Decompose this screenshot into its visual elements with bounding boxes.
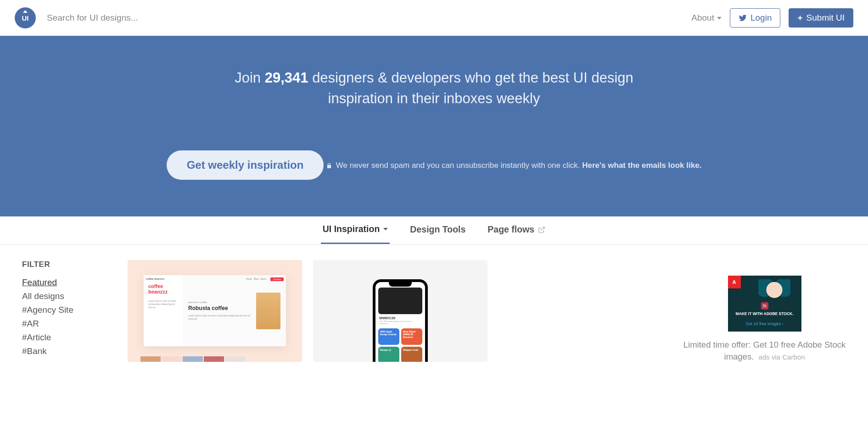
card-desc-text: Lorem ipsum dolor sit amet consectetur a… (148, 299, 178, 309)
lock-icon (326, 162, 332, 169)
sidebar: FILTER Featured All designs #Agency Site… (22, 260, 109, 363)
about-label: About (691, 13, 714, 23)
login-label: Login (750, 13, 772, 23)
card-mock-nav: Home Blog About Contact (246, 277, 284, 281)
card-product-text: premium coffee Robusta coffee Lorem ipsu… (188, 301, 252, 321)
header-right: About Login + Submit UI (691, 8, 853, 28)
card-mock-footer (140, 356, 245, 362)
carbon-ad[interactable]: A St MAKE IT WITH ADOBE STOCK. Get 10 fr… (728, 276, 801, 332)
ad-via-text[interactable]: ads via Carbon (759, 353, 805, 361)
phone-mockup: WWDC20 Over 100 session videos from this… (373, 279, 428, 362)
adobe-logo-icon: A (728, 276, 741, 288)
filter-list: Featured All designs #Agency Site #AR #A… (22, 276, 109, 358)
card-small-label: premium coffee (188, 301, 252, 304)
tab-label: Design Tools (410, 224, 465, 235)
ad-column: A St MAKE IT WITH ADOBE STOCK. Get 10 fr… (683, 260, 846, 363)
submit-ui-button[interactable]: + Submit UI (789, 8, 853, 28)
card-product-name: Robusta coffee (188, 305, 228, 311)
tab-label: Page flows (487, 224, 534, 235)
phone-tile: Widgets Code (401, 347, 422, 362)
filter-item-featured[interactable]: Featured (22, 276, 109, 289)
header: UI About Login + Submit UI (0, 0, 868, 36)
submit-label: Submit UI (806, 13, 845, 23)
phone-hero-image (378, 288, 422, 314)
login-button[interactable]: Login (730, 8, 781, 28)
logo-text: UI (22, 14, 29, 22)
plus-icon: + (797, 13, 802, 23)
phone-tile: 2020 Apple Design Awards (378, 328, 399, 345)
filter-title: FILTER (22, 260, 109, 269)
twitter-icon (739, 14, 747, 22)
card-mock-header: coffee beanzzz Home Blog About Contact (146, 277, 284, 281)
filter-item-article[interactable]: #Article (22, 331, 109, 344)
card-mock-left: coffeebeanzzz Lorem ipsum dolor sit amet… (144, 275, 183, 346)
filter-item-agency-site[interactable]: #Agency Site (22, 303, 109, 317)
card-product-desc: Lorem ipsum dolor sit amet consectetur a… (188, 314, 252, 321)
hero-count: 29,341 (265, 70, 308, 86)
tabs-bar: UI Inspiration Design Tools Page flows (0, 216, 868, 244)
phone-screen: WWDC20 Over 100 session videos from this… (375, 282, 425, 362)
hero-section: Join 29,341 designers & developers who g… (0, 36, 868, 216)
card-grid: coffee beanzzz Home Blog About Contact c… (128, 260, 665, 363)
ad-caption[interactable]: Limited time offer: Get 10 free Adobe St… (683, 339, 846, 363)
phone-notch-icon (389, 282, 412, 287)
hero-title-suffix: designers & developers who get the best … (308, 70, 633, 106)
filter-item-ar[interactable]: #AR (22, 317, 109, 331)
chevron-down-icon (717, 17, 722, 19)
about-dropdown[interactable]: About (691, 13, 722, 23)
adobe-stock-icon: St (761, 302, 768, 310)
chevron-down-icon (383, 228, 388, 230)
ad-subline: Get 10 free images › (728, 321, 801, 326)
logo[interactable]: UI (15, 7, 36, 28)
search-input[interactable] (36, 8, 691, 28)
design-card[interactable]: coffee beanzzz Home Blog About Contact c… (128, 260, 302, 362)
coffee-bag-icon (256, 293, 280, 329)
tab-label: UI Inspiration (323, 224, 380, 234)
card-brand-text: coffeebeanzzz (148, 283, 178, 294)
phone-title: WWDC20 (375, 316, 425, 320)
card-mock-main: premium coffee Robusta coffee Lorem ipsu… (183, 275, 286, 346)
phone-subtitle: Over 100 session videos from this year's… (375, 320, 425, 327)
hero-note-text: We never send spam and you can unsubscri… (336, 161, 582, 170)
hero-title: Join 29,341 designers & developers who g… (228, 68, 641, 109)
hero-title-prefix: Join (235, 70, 264, 86)
hero-note: We never send spam and you can unsubscri… (326, 161, 702, 170)
external-link-icon (538, 226, 545, 233)
tabs: UI Inspiration Design Tools Page flows (0, 216, 868, 244)
card-mock-body: coffeebeanzzz Lorem ipsum dolor sit amet… (144, 275, 286, 346)
filter-item-all-designs[interactable]: All designs (22, 289, 109, 303)
get-weekly-inspiration-button[interactable]: Get weekly inspiration (167, 150, 324, 180)
tab-design-tools[interactable]: Design Tools (408, 216, 467, 244)
hero-note-link[interactable]: Here's what the emails look like. (582, 161, 701, 170)
filter-item-bank[interactable]: #Bank (22, 344, 109, 358)
ad-headline: MAKE IT WITH ADOBE STOCK. (728, 311, 801, 316)
design-card[interactable]: WWDC20 Over 100 session videos from this… (313, 260, 487, 362)
card-mock-brand: coffee beanzzz (146, 277, 164, 281)
phone-tile: Must Watch WWDC20 Sessions (401, 328, 422, 345)
tab-page-flows[interactable]: Page flows (486, 216, 547, 244)
phone-tile: Recaps @ (378, 347, 399, 362)
phone-tile-grid: 2020 Apple Design Awards Must Watch WWDC… (375, 327, 425, 362)
tab-ui-inspiration[interactable]: UI Inspiration (321, 216, 390, 244)
content: FILTER Featured All designs #Agency Site… (0, 244, 868, 378)
